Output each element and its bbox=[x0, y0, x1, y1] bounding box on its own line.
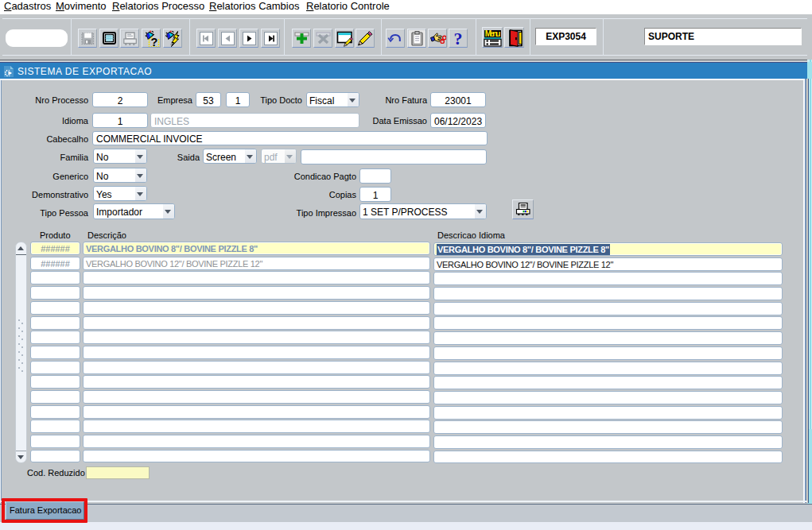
svg-text:?: ? bbox=[151, 36, 158, 47]
svg-text:?: ? bbox=[454, 30, 463, 47]
svg-text:Menu: Menu bbox=[485, 29, 501, 38]
